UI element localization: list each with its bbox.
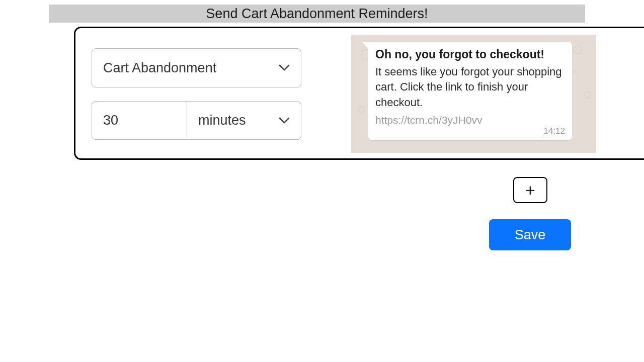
save-button[interactable]: Save bbox=[489, 219, 571, 250]
delay-unit-select[interactable]: minutes bbox=[187, 101, 301, 140]
trigger-select-label: Cart Abandonment bbox=[103, 60, 216, 76]
chevron-down-icon bbox=[279, 117, 290, 124]
delay-value-input[interactable] bbox=[92, 101, 187, 140]
page-title: Send Cart Abandonment Reminders! bbox=[49, 5, 585, 23]
message-heading: Oh no, you forgot to checkout! bbox=[375, 48, 565, 61]
svg-point-3 bbox=[358, 107, 364, 113]
reminder-panel: Cart Abandonment minutes bbox=[74, 27, 644, 160]
trigger-select[interactable]: Cart Abandonment bbox=[92, 48, 301, 87]
svg-point-1 bbox=[574, 46, 582, 54]
message-link: https://tcrn.ch/3yJH0vv bbox=[375, 114, 565, 126]
message-timestamp: 14:12 bbox=[543, 126, 565, 136]
chat-bubble: Oh no, you forgot to checkout! It seems … bbox=[368, 42, 572, 140]
message-preview: Oh no, you forgot to checkout! It seems … bbox=[351, 35, 596, 153]
controls-column: Cart Abandonment minutes bbox=[92, 48, 301, 140]
message-body: It seems like you forgot your shopping c… bbox=[375, 64, 565, 110]
delay-row: minutes bbox=[92, 101, 301, 140]
delay-unit-label: minutes bbox=[198, 113, 246, 128]
svg-point-2 bbox=[585, 92, 591, 98]
chevron-down-icon bbox=[279, 64, 290, 71]
add-button[interactable]: + bbox=[513, 177, 547, 203]
